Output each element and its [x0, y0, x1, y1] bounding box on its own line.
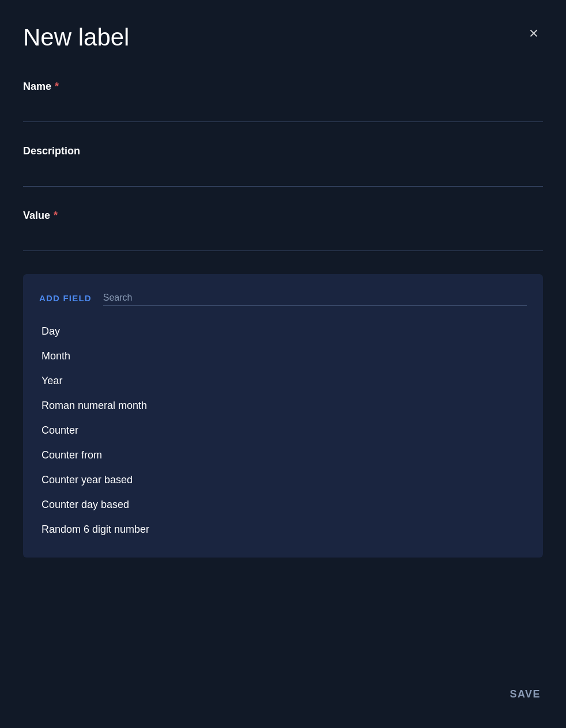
description-field-group: Description — [23, 145, 543, 187]
close-button[interactable]: × — [525, 23, 543, 44]
description-input[interactable] — [23, 166, 543, 187]
modal-footer: SAVE — [508, 684, 543, 705]
field-list-item-day[interactable]: Day — [39, 320, 527, 343]
field-list-item-random-6-digit[interactable]: Random 6 digit number — [39, 518, 527, 541]
value-input[interactable] — [23, 231, 543, 251]
new-label-modal: New label × Name * Description Value * A… — [0, 0, 566, 728]
value-required-star: * — [54, 210, 58, 222]
name-field-label: Name * — [23, 81, 543, 93]
add-field-header: ADD FIELD — [39, 290, 527, 306]
name-input[interactable] — [23, 102, 543, 122]
field-list-item-year[interactable]: Year — [39, 369, 527, 393]
field-list-item-month[interactable]: Month — [39, 344, 527, 368]
field-list-item-counter-day-based[interactable]: Counter day based — [39, 493, 527, 517]
field-list-item-counter-from[interactable]: Counter from — [39, 443, 527, 467]
save-button[interactable]: SAVE — [508, 684, 543, 705]
name-required-star: * — [55, 81, 59, 93]
description-field-label: Description — [23, 145, 543, 157]
add-field-panel: ADD FIELD DayMonthYearRoman numeral mont… — [23, 274, 543, 558]
field-list-item-counter-year-based[interactable]: Counter year based — [39, 468, 527, 492]
value-field-label: Value * — [23, 210, 543, 222]
add-field-search-input[interactable] — [103, 290, 527, 306]
value-field-group: Value * — [23, 210, 543, 251]
modal-title: New label — [23, 23, 129, 52]
field-list-item-roman-numeral-month[interactable]: Roman numeral month — [39, 394, 527, 418]
field-list-item-counter[interactable]: Counter — [39, 419, 527, 442]
name-field-group: Name * — [23, 81, 543, 122]
field-list: DayMonthYearRoman numeral monthCounterCo… — [39, 320, 527, 541]
modal-header: New label × — [23, 23, 543, 52]
add-field-label: ADD FIELD — [39, 293, 92, 303]
